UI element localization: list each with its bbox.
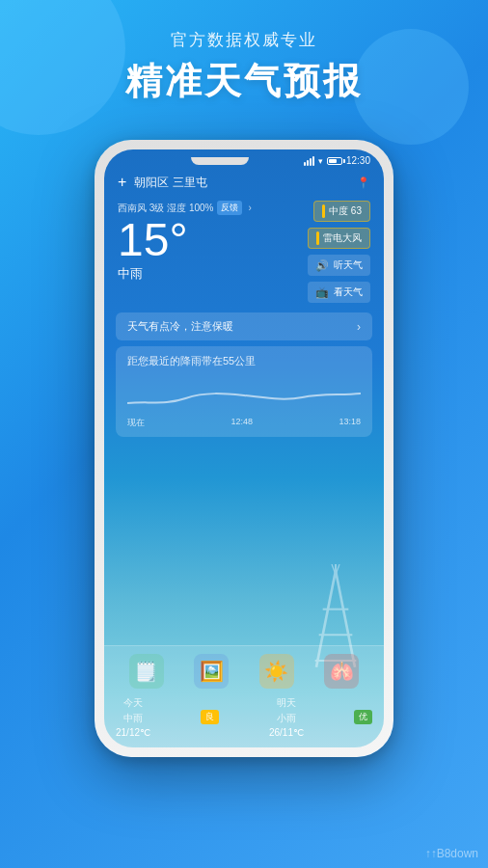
- location-text: 朝阳区 三里屯: [134, 175, 349, 191]
- add-location-button[interactable]: +: [118, 174, 126, 191]
- alert-badge-intensity: 中度 63: [313, 201, 370, 222]
- tomorrow-weather: 小雨: [277, 712, 296, 725]
- icon-health[interactable]: 🫁: [324, 654, 359, 689]
- tv-icon: 📺: [315, 286, 329, 299]
- rain-times: 现在 12:48 13:18: [127, 417, 361, 429]
- status-bar: ▾ 12:30: [104, 149, 384, 170]
- signal-icon: [304, 156, 314, 166]
- icon-sun[interactable]: ☀️: [259, 654, 294, 689]
- tomorrow-label: 明天: [277, 696, 296, 710]
- weather-right-panel: 中度 63 雷电大风 🔊 听天气 📺 看天气: [293, 201, 370, 303]
- chevron-right-icon: ›: [248, 203, 251, 213]
- tip-bar[interactable]: 天气有点冷，注意保暖 ›: [116, 312, 372, 340]
- today-label: 今天: [123, 696, 143, 710]
- speaker-icon: 🔊: [315, 259, 329, 272]
- feedback-badge[interactable]: 反馈: [217, 201, 242, 215]
- rain-chart-svg: [127, 374, 361, 413]
- wind-text: 西南风 3级 湿度 100%: [118, 202, 213, 215]
- bottom-bar: 🗒️ 🖼️ ☀️ 🫁 今天 中雨 21/12℃ 良 明天 小雨 26: [104, 645, 384, 747]
- watermark: ↑↑B8down: [425, 847, 478, 860]
- bottom-icons-row: 🗒️ 🖼️ ☀️ 🫁: [114, 654, 374, 689]
- today-temp: 21/12℃: [116, 727, 150, 738]
- location-header: + 朝阳区 三里屯 📍: [104, 170, 384, 197]
- location-pin-icon: 📍: [357, 176, 370, 189]
- subtitle: 官方数据权威专业: [0, 29, 488, 51]
- weather-forecast-row: 今天 中雨 21/12℃ 良 明天 小雨 26/11℃ 优: [114, 696, 374, 738]
- time-mid: 12:48: [230, 417, 253, 429]
- battery-icon: [327, 157, 342, 165]
- alert-bar2-icon: [316, 231, 319, 245]
- phone-outer-shell: ▾ 12:30 + 朝阳区 三里屯 📍 西南风 3级 湿度 100%: [95, 140, 393, 757]
- alert-badge-thunder: 雷电大风: [308, 228, 370, 249]
- temperature-display: 15°: [118, 217, 285, 263]
- listen-label: 听天气: [334, 258, 363, 272]
- time-now: 现在: [127, 417, 145, 429]
- tomorrow-quality-badge: 优: [354, 710, 372, 724]
- tower-illustration: [297, 564, 374, 651]
- icon-gallery[interactable]: 🖼️: [194, 654, 229, 689]
- rain-title: 距您最近的降雨带在55公里: [127, 354, 361, 368]
- status-right: ▾ 12:30: [304, 155, 370, 166]
- watch-weather-button[interactable]: 📺 看天气: [308, 282, 370, 303]
- today-weather: 中雨: [123, 712, 143, 725]
- tomorrow-temp: 26/11℃: [269, 727, 304, 738]
- phone-mockup: ▾ 12:30 + 朝阳区 三里屯 📍 西南风 3级 湿度 100%: [95, 140, 393, 757]
- alert-intensity-text: 中度 63: [329, 204, 362, 218]
- wind-info: 西南风 3级 湿度 100% 反馈 ›: [118, 201, 285, 215]
- today-forecast: 今天 中雨 21/12℃: [116, 696, 150, 738]
- alert-thunder-text: 雷电大风: [323, 231, 362, 245]
- main-title: 精准天气预报: [0, 57, 488, 106]
- tomorrow-forecast: 明天 小雨 26/11℃: [269, 696, 304, 738]
- weather-main-area: 西南风 3级 湿度 100% 反馈 › 15° 中雨 中度 63 雷电大风: [104, 197, 384, 307]
- watch-label: 看天气: [334, 285, 363, 299]
- weather-description: 中雨: [118, 265, 285, 283]
- time-display: 12:30: [346, 155, 370, 166]
- today-quality-badge: 良: [201, 710, 219, 724]
- time-end: 13:18: [339, 417, 361, 429]
- listen-weather-button[interactable]: 🔊 听天气: [308, 255, 370, 276]
- weather-left-panel: 西南风 3级 湿度 100% 反馈 › 15° 中雨: [118, 201, 285, 303]
- alert-bar-icon: [322, 204, 325, 218]
- tip-text: 天气有点冷，注意保暖: [127, 319, 233, 334]
- notch: [191, 157, 249, 165]
- top-text-area: 官方数据权威专业 精准天气预报: [0, 29, 488, 106]
- rain-card: 距您最近的降雨带在55公里 现在 12:48 13:18: [116, 346, 372, 437]
- phone-screen: ▾ 12:30 + 朝阳区 三里屯 📍 西南风 3级 湿度 100%: [104, 149, 384, 747]
- wifi-icon: ▾: [318, 156, 323, 166]
- tip-arrow-icon: ›: [357, 320, 361, 334]
- icon-news[interactable]: 🗒️: [129, 654, 164, 689]
- rain-chart: [127, 374, 361, 413]
